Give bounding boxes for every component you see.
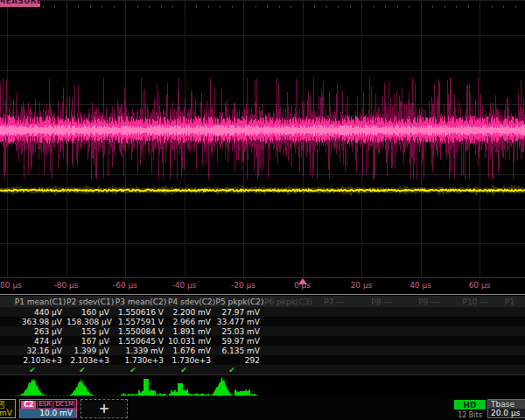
- measurement-value: 363.98 µV: [14, 318, 66, 326]
- measurement-value: 2.200 mV: [168, 308, 215, 317]
- measurement-column-header[interactable]: P3 mean(C2): [114, 298, 168, 306]
- measurement-column-header[interactable]: P6 pkpk(C3): [264, 298, 308, 306]
- measurement-column-header[interactable]: P4 sdev(C2): [168, 298, 215, 306]
- waveform-display[interactable]: [0, 0, 525, 278]
- measurement-column-header[interactable]: P2 sdev(C1): [66, 298, 114, 306]
- channel-descriptor-c1[interactable]: C1 DC1M 50.0 mV: [0, 399, 16, 418]
- measurement-value: 59.97 mV: [215, 337, 264, 346]
- table-top-separator: [0, 294, 525, 295]
- measurement-value: 1.339 mV: [114, 346, 168, 355]
- measurement-value: 27.97 mV: [215, 308, 264, 317]
- time-axis-label: -20 µs: [231, 281, 256, 290]
- measurement-value: 1.399 µV: [66, 346, 114, 355]
- measurement-row: 32.16 µV1.399 µV1.339 mV1.676 mV6.135 mV: [0, 346, 525, 355]
- measurement-column-header[interactable]: P8 ---: [355, 298, 402, 306]
- plus-icon: +: [99, 401, 110, 416]
- measurement-value: 2.103e+3: [14, 356, 66, 365]
- add-trace-button[interactable]: +: [80, 399, 128, 418]
- measurement-value: 474 µV: [14, 337, 66, 346]
- c2-label: C2: [21, 401, 36, 409]
- measurement-row: 263 µV155 µV1.550084 V1.891 mV25.03 mV: [0, 326, 525, 336]
- measurement-value: 1.550084 V: [114, 327, 168, 336]
- measurement-table: P1 mean(C1)P2 sdev(C1)P3 mean(C2)P4 sdev…: [0, 296, 525, 374]
- timebase-value: 20.0 µs: [488, 409, 525, 418]
- measurement-value: 160 µV: [66, 308, 114, 317]
- c2-vdiv-value: 10.0 mV: [20, 409, 76, 418]
- measurement-value: 6.135 mV: [215, 346, 264, 355]
- time-axis-label: -80 µs: [54, 281, 79, 290]
- hd-bits-label: 12 Bits: [452, 411, 487, 419]
- measurement-value: 2.966 mV: [168, 318, 215, 326]
- time-axis-label: -60 µs: [113, 281, 137, 290]
- measurement-row: 2.103e+32.103e+31.730e+31.730e+3292: [0, 355, 525, 365]
- measurement-column-header[interactable]: P5 pkpk(C2): [215, 298, 264, 306]
- c1-coupling-badge: DC1M: [0, 401, 4, 409]
- measurement-column-header[interactable]: P9 ---: [402, 298, 450, 306]
- measurement-value: 1.676 mV: [168, 346, 215, 355]
- measurement-column-header[interactable]: P1: [499, 298, 525, 306]
- time-axis-label: -40 µs: [172, 281, 197, 290]
- measurement-value: 1.730e+3: [168, 356, 215, 365]
- measurement-value: 158.308 µV: [66, 318, 114, 326]
- measurement-row: 363.98 µV158.308 µV1.557591 V2.966 mV33.…: [0, 317, 525, 326]
- measurement-value: 33.477 mV: [215, 318, 264, 326]
- check-icon: ✔: [114, 366, 168, 374]
- measurement-value: 10.031 mV: [168, 337, 215, 346]
- measurement-value: 1.550616 V: [114, 308, 168, 317]
- measurement-column-header[interactable]: P7 ---: [308, 298, 355, 306]
- measurement-value: 155 µV: [66, 327, 114, 336]
- measurement-value: 32.16 µV: [14, 346, 66, 355]
- measurement-value: 1.891 mV: [168, 327, 215, 336]
- time-axis-label: 60 µs: [469, 281, 491, 290]
- measurement-column-header[interactable]: P1 mean(C1): [14, 298, 66, 306]
- time-axis-label: 40 µs: [410, 281, 431, 290]
- time-axis-label: 0 µs: [294, 281, 311, 290]
- measurement-row: P1 mean(C1)P2 sdev(C1)P3 mean(C2)P4 sdev…: [0, 296, 525, 307]
- measurement-column-header[interactable]: P10 ---: [450, 298, 499, 306]
- measurement-value: 1.557591 V: [114, 318, 168, 326]
- check-icon: ✔: [168, 366, 215, 374]
- measurement-value: 263 µV: [14, 327, 66, 336]
- c2-esr-badge: ESR: [37, 401, 52, 409]
- measurement-histicons: [0, 375, 525, 398]
- c2-coupling-badge: DC1M: [53, 401, 75, 409]
- measurement-value: 2.103e+3: [66, 356, 114, 365]
- measurement-row: 440 µV160 µV1.550616 V2.200 mV27.97 mV: [0, 307, 525, 317]
- time-axis: -100 µs-80 µs-60 µs-40 µs-20 µs0 µs20 µs…: [0, 278, 525, 294]
- measurement-value: 25.03 mV: [215, 327, 264, 336]
- time-axis-label: -100 µs: [0, 281, 22, 290]
- hd-mode-badge[interactable]: HD: [454, 400, 486, 410]
- measurement-value: 292: [215, 356, 264, 365]
- clipped-menu-label[interactable]: MEASURE: [0, 0, 40, 7]
- descriptor-bar: C1 DC1M 50.0 mV C2 ESR DC1M 10.0 mV + HD…: [0, 398, 525, 420]
- c1-vdiv-value: 50.0 mV: [0, 409, 15, 418]
- check-icon: ✔: [215, 366, 264, 374]
- time-axis-label: 20 µs: [351, 281, 373, 290]
- check-icon: ✔: [66, 366, 114, 374]
- measurement-value: 167 µV: [66, 337, 114, 346]
- timebase-descriptor[interactable]: Tbase 20.0 µs: [487, 399, 525, 418]
- channel-descriptor-c2[interactable]: C2 ESR DC1M 10.0 mV: [19, 399, 77, 418]
- check-icon: ✔: [14, 366, 66, 374]
- measurement-value: 440 µV: [14, 308, 66, 317]
- measurement-value: 1.550645 V: [114, 337, 168, 346]
- measurement-row: ✔✔✔✔✔: [0, 365, 525, 374]
- measurement-value: 1.730e+3: [114, 356, 168, 365]
- measurement-row: 474 µV167 µV1.550645 V10.031 mV59.97 mV: [0, 336, 525, 346]
- timebase-title: Tbase: [488, 400, 525, 409]
